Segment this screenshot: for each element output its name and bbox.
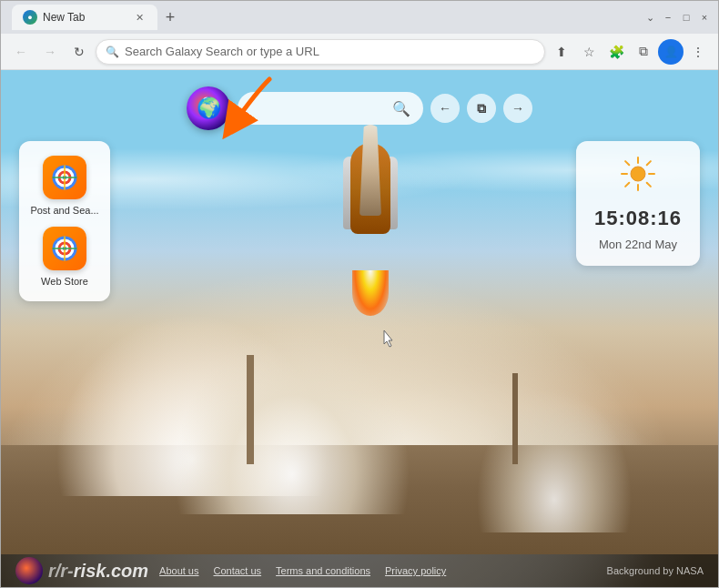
maximize-button[interactable]: □ — [680, 11, 693, 24]
engine-flame — [352, 270, 389, 316]
chevron-down-icon[interactable]: ⌄ — [643, 11, 656, 24]
footer-logo: r/r-risk.com — [15, 557, 148, 584]
close-button[interactable]: × — [698, 11, 711, 24]
toolbar-actions: ⬆ ☆ 🧩 ⧉ 👤 ⋮ — [549, 39, 711, 65]
tab-bar: ● New Tab ✕ + — [8, 5, 640, 30]
footer-brand-text: r/r-risk.com — [48, 561, 148, 582]
space-shuttle — [343, 125, 398, 289]
svg-point-15 — [631, 167, 645, 181]
address-text: Search Galaxy Search or type a URL — [125, 45, 535, 58]
footer-privacy-link[interactable]: Privacy policy — [385, 565, 446, 576]
weather-sun-icon — [620, 156, 656, 199]
footer-links: About us Contact us Terms and conditions… — [159, 565, 446, 576]
galaxy-logo: 🌍 — [187, 86, 230, 130]
page-search-bar: 🌍 🔍 ← ⧉ → — [187, 86, 532, 130]
svg-line-23 — [625, 183, 629, 187]
clock-date: Mon 22nd May — [599, 238, 677, 251]
profile-button[interactable]: 👤 — [658, 39, 684, 65]
svg-line-20 — [625, 161, 629, 165]
svg-line-21 — [647, 183, 651, 187]
browser-toolbar: ← → ↻ 🔍 Search Galaxy Search or type a U… — [1, 34, 718, 70]
smoke-cloud-right — [463, 369, 645, 532]
web-store-label: Web Store — [41, 276, 88, 287]
back-button[interactable]: ← — [8, 39, 34, 65]
search-navigation-buttons: ← ⧉ → — [430, 94, 532, 123]
shortcut-web-store[interactable]: Web Store — [30, 227, 99, 287]
reload-button[interactable]: ↻ — [66, 39, 92, 65]
active-tab[interactable]: ● New Tab ✕ — [12, 5, 157, 30]
new-tab-button[interactable]: + — [157, 5, 183, 30]
clock-time: 15:08:16 — [594, 207, 682, 230]
search-icon: 🔍 — [106, 46, 119, 58]
launch-structure-left — [247, 355, 254, 464]
footer-bar: r/r-risk.com About us Contact us Terms a… — [1, 554, 718, 587]
orbiter-body — [360, 125, 381, 216]
tab-search-icon[interactable]: ⧉ — [631, 39, 656, 65]
search-submit-icon[interactable]: 🔍 — [392, 100, 410, 117]
window-controls: ⌄ − □ × — [643, 11, 711, 24]
post-and-search-label: Post and Sea... — [30, 205, 98, 216]
bookmark-icon[interactable]: ☆ — [576, 39, 602, 65]
share-icon[interactable]: ⬆ — [549, 39, 574, 65]
minimize-button[interactable]: − — [662, 11, 674, 24]
content-area: 🌍 🔍 ← ⧉ → — [1, 70, 718, 587]
title-bar: ● New Tab ✕ + ⌄ − □ × — [1, 1, 718, 34]
footer-about-link[interactable]: About us — [159, 565, 198, 576]
svg-line-22 — [647, 161, 651, 165]
tab-close-button[interactable]: ✕ — [132, 10, 147, 25]
browser-window: ● New Tab ✕ + ⌄ − □ × ← → ↻ 🔍 Search Gal… — [0, 0, 719, 588]
forward-button[interactable]: → — [37, 39, 63, 65]
web-store-icon — [43, 227, 86, 270]
search-input-container[interactable]: 🔍 — [238, 92, 423, 125]
search-gallery-button[interactable]: ⧉ — [467, 94, 496, 123]
tab-title: New Tab — [43, 11, 85, 24]
shortcut-post-and-search[interactable]: Post and Sea... — [30, 156, 99, 216]
address-bar[interactable]: 🔍 Search Galaxy Search or type a URL — [96, 39, 545, 65]
footer-planet-icon — [15, 557, 43, 584]
search-forward-button[interactable]: → — [503, 94, 532, 123]
footer-bg-credit: Background by NASA — [607, 565, 704, 576]
search-back-button[interactable]: ← — [430, 94, 460, 123]
clock-widget: 15:08:16 Mon 22nd May — [576, 141, 700, 266]
launch-structure-right — [512, 373, 518, 464]
extensions-icon[interactable]: 🧩 — [603, 39, 629, 65]
tab-favicon: ● — [23, 10, 37, 25]
shortcuts-panel: Post and Sea... Web Store — [19, 141, 110, 301]
post-and-search-icon — [43, 156, 86, 199]
footer-terms-link[interactable]: Terms and conditions — [276, 565, 370, 576]
footer-contact-link[interactable]: Contact us — [213, 565, 261, 576]
menu-icon[interactable]: ⋮ — [685, 39, 711, 65]
smoke-cloud-center — [165, 314, 420, 514]
